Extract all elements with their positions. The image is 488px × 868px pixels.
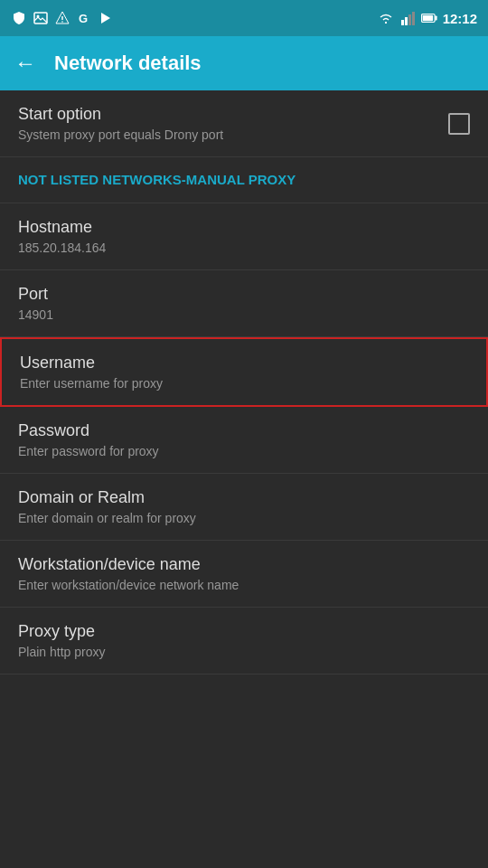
username-hint: Enter username for proxy bbox=[20, 376, 468, 391]
workstation-hint: Enter workstation/device network name bbox=[18, 578, 470, 592]
svg-rect-8 bbox=[408, 14, 411, 25]
proxy-type-title: Proxy type bbox=[18, 622, 470, 641]
status-time: 12:12 bbox=[443, 11, 477, 26]
workstation-title: Workstation/device name bbox=[18, 555, 470, 574]
signal-icon bbox=[399, 10, 416, 26]
battery-icon bbox=[421, 10, 437, 26]
port-item[interactable]: Port 14901 bbox=[0, 270, 488, 337]
username-title: Username bbox=[20, 354, 468, 373]
svg-text:G: G bbox=[79, 12, 88, 25]
image-icon bbox=[33, 10, 49, 26]
password-hint: Enter password for proxy bbox=[18, 444, 470, 458]
status-bar-right: 12:12 bbox=[378, 10, 477, 26]
hostname-title: Hostname bbox=[18, 218, 470, 237]
shield-icon bbox=[11, 10, 27, 26]
domain-hint: Enter domain or realm for proxy bbox=[18, 511, 470, 525]
manual-proxy-heading: NOT LISTED NETWORKS-MANUAL PROXY bbox=[0, 157, 488, 203]
workstation-item[interactable]: Workstation/device name Enter workstatio… bbox=[0, 541, 488, 608]
content: Start option System proxy port equals Dr… bbox=[0, 90, 488, 675]
start-option-item[interactable]: Start option System proxy port equals Dr… bbox=[0, 90, 488, 157]
wifi-icon bbox=[378, 10, 394, 26]
password-item[interactable]: Password Enter password for proxy bbox=[0, 407, 488, 474]
svg-marker-5 bbox=[101, 13, 110, 24]
svg-rect-0 bbox=[34, 13, 47, 24]
app-header: ← Network details bbox=[0, 36, 488, 90]
svg-rect-9 bbox=[412, 12, 415, 25]
status-bar: G bbox=[0, 0, 488, 36]
port-title: Port bbox=[18, 285, 470, 304]
svg-rect-6 bbox=[401, 20, 404, 25]
start-option-title: Start option bbox=[18, 105, 448, 124]
page-title: Network details bbox=[54, 52, 202, 75]
play-icon bbox=[98, 10, 114, 26]
proxy-type-item[interactable]: Proxy type Plain http proxy bbox=[0, 608, 488, 675]
port-value: 14901 bbox=[18, 307, 470, 322]
warning-icon bbox=[54, 10, 70, 26]
manual-proxy-heading-text: NOT LISTED NETWORKS-MANUAL PROXY bbox=[18, 172, 296, 187]
username-item[interactable]: Username Enter username for proxy bbox=[0, 337, 488, 407]
svg-rect-7 bbox=[405, 17, 408, 25]
start-option-checkbox[interactable] bbox=[448, 113, 470, 135]
password-title: Password bbox=[18, 421, 470, 440]
domain-title: Domain or Realm bbox=[18, 488, 470, 507]
status-bar-left: G bbox=[11, 10, 114, 26]
svg-rect-12 bbox=[422, 15, 432, 22]
proxy-type-value: Plain http proxy bbox=[18, 645, 470, 659]
domain-item[interactable]: Domain or Realm Enter domain or realm fo… bbox=[0, 474, 488, 541]
svg-point-3 bbox=[61, 21, 63, 23]
g-icon: G bbox=[76, 10, 92, 26]
hostname-value: 185.20.184.164 bbox=[18, 241, 470, 255]
hostname-item[interactable]: Hostname 185.20.184.164 bbox=[0, 203, 488, 270]
start-option-subtitle: System proxy port equals Drony port bbox=[18, 127, 448, 142]
svg-rect-11 bbox=[435, 16, 436, 21]
back-button[interactable]: ← bbox=[14, 51, 36, 76]
